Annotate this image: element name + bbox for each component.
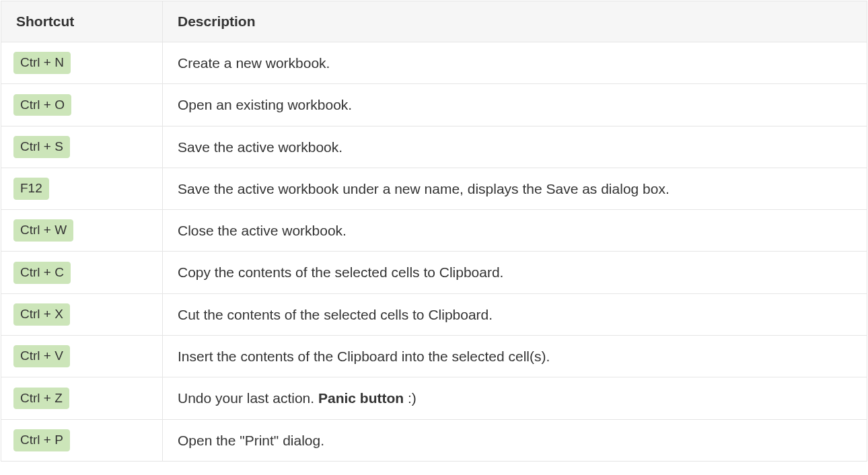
description-cell: Insert the contents of the Clipboard int… bbox=[163, 336, 867, 377]
description-cell: Save the active workbook under a new nam… bbox=[163, 168, 867, 209]
description-part: Close the active workbook. bbox=[178, 223, 347, 238]
description-part: Open an existing workbook. bbox=[178, 97, 352, 112]
description-text: Open the "Print" dialog. bbox=[178, 433, 324, 448]
table-row: Ctrl + NCreate a new workbook. bbox=[1, 42, 867, 84]
description-cell: Cut the contents of the selected cells t… bbox=[163, 293, 867, 335]
description-text: Insert the contents of the Clipboard int… bbox=[178, 349, 550, 364]
description-part: Copy the contents of the selected cells … bbox=[178, 264, 503, 280]
description-part: :) bbox=[404, 390, 417, 406]
description-text: Close the active workbook. bbox=[178, 223, 347, 238]
shortcuts-table: Shortcut Description Ctrl + NCreate a ne… bbox=[1, 1, 867, 462]
shortcut-cell: Ctrl + C bbox=[1, 252, 163, 293]
description-part: Save the active workbook. bbox=[178, 139, 342, 155]
table-row: F12Save the active workbook under a new … bbox=[1, 168, 867, 209]
description-part: Open the "Print" dialog. bbox=[178, 433, 324, 448]
table-row: Ctrl + ZUndo your last action. Panic but… bbox=[1, 377, 867, 419]
column-header-shortcut: Shortcut bbox=[1, 1, 163, 42]
keyboard-shortcut: Ctrl + W bbox=[13, 219, 73, 242]
table-row: Ctrl + POpen the "Print" dialog. bbox=[1, 419, 867, 461]
shortcut-cell: Ctrl + S bbox=[1, 126, 163, 168]
table-row: Ctrl + OOpen an existing workbook. bbox=[1, 84, 867, 126]
shortcut-cell: Ctrl + Z bbox=[1, 377, 163, 419]
shortcut-cell: Ctrl + N bbox=[1, 42, 163, 84]
shortcut-cell: Ctrl + X bbox=[1, 293, 163, 335]
keyboard-shortcut: Ctrl + Z bbox=[13, 388, 69, 410]
keyboard-shortcut: F12 bbox=[13, 178, 49, 200]
description-part: Insert the contents of the Clipboard int… bbox=[178, 349, 550, 364]
table-row: Ctrl + SSave the active workbook. bbox=[1, 126, 867, 168]
shortcut-cell: Ctrl + P bbox=[1, 419, 163, 461]
table-row: Ctrl + CCopy the contents of the selecte… bbox=[1, 252, 867, 293]
shortcut-cell: Ctrl + O bbox=[1, 84, 163, 126]
description-text: Open an existing workbook. bbox=[178, 97, 352, 112]
keyboard-shortcut: Ctrl + V bbox=[13, 345, 70, 367]
shortcut-cell: Ctrl + V bbox=[1, 336, 163, 377]
description-cell: Close the active workbook. bbox=[163, 210, 867, 252]
shortcut-cell: Ctrl + W bbox=[1, 210, 163, 252]
keyboard-shortcut: Ctrl + S bbox=[13, 136, 70, 158]
description-text: Cut the contents of the selected cells t… bbox=[178, 307, 493, 322]
description-part: Undo your last action. bbox=[178, 390, 318, 406]
description-cell: Open an existing workbook. bbox=[163, 84, 867, 126]
description-cell: Save the active workbook. bbox=[163, 126, 867, 168]
description-text: Undo your last action. Panic button :) bbox=[178, 390, 417, 406]
table-row: Ctrl + WClose the active workbook. bbox=[1, 210, 867, 252]
table-row: Ctrl + XCut the contents of the selected… bbox=[1, 293, 867, 335]
shortcut-cell: F12 bbox=[1, 168, 163, 209]
description-cell: Copy the contents of the selected cells … bbox=[163, 252, 867, 293]
description-part: Create a new workbook. bbox=[178, 55, 330, 71]
description-text: Save the active workbook under a new nam… bbox=[178, 181, 670, 196]
description-cell: Create a new workbook. bbox=[163, 42, 867, 84]
description-cell: Open the "Print" dialog. bbox=[163, 419, 867, 461]
description-part: Save the active workbook under a new nam… bbox=[178, 181, 670, 196]
table-header-row: Shortcut Description bbox=[1, 1, 867, 42]
description-cell: Undo your last action. Panic button :) bbox=[163, 377, 867, 419]
table-row: Ctrl + VInsert the contents of the Clipb… bbox=[1, 336, 867, 377]
description-text: Copy the contents of the selected cells … bbox=[178, 264, 503, 280]
keyboard-shortcut: Ctrl + O bbox=[13, 94, 71, 116]
column-header-description: Description bbox=[163, 1, 867, 42]
keyboard-shortcut: Ctrl + P bbox=[13, 429, 70, 451]
description-text: Create a new workbook. bbox=[178, 55, 330, 71]
keyboard-shortcut: Ctrl + C bbox=[13, 262, 71, 284]
description-bold: Panic button bbox=[318, 390, 404, 406]
description-part: Cut the contents of the selected cells t… bbox=[178, 307, 493, 322]
keyboard-shortcut: Ctrl + N bbox=[13, 52, 71, 74]
keyboard-shortcut: Ctrl + X bbox=[13, 303, 70, 326]
description-text: Save the active workbook. bbox=[178, 139, 342, 155]
